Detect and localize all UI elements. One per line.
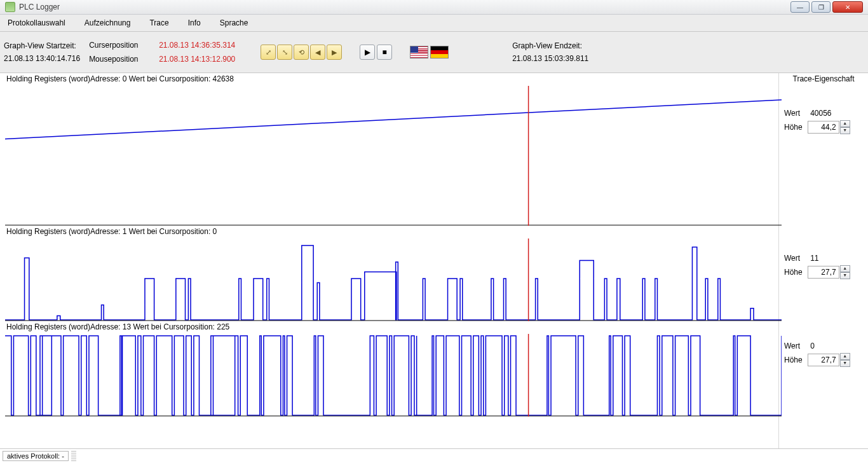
spinner-down-icon[interactable]: ▼ [840, 360, 850, 367]
side-hoehe-input[interactable] [808, 121, 839, 134]
menu-protokollauswahl[interactable]: Protokollauswahl [4, 17, 69, 29]
stop-icon[interactable]: ■ [377, 45, 392, 60]
nav-next-icon[interactable]: ▶ [327, 45, 342, 60]
trace-header: Holding Registers (word)Adresse: 0 Wert … [5, 73, 776, 86]
side-wert-label: Wert [784, 109, 800, 118]
app-icon [5, 2, 15, 12]
status-bar: aktives Protokoll: - [0, 448, 868, 463]
mouse-pos-value: 21.08.13 14:13:12.900 [159, 55, 248, 64]
trace-header: Holding Registers (word)Adresse: 1 Wert … [5, 226, 776, 238]
side-hoehe-input[interactable] [808, 354, 839, 366]
close-button[interactable]: ✕ [832, 1, 863, 13]
window-title: PLC Logger [19, 3, 790, 11]
maximize-button[interactable]: ❐ [811, 1, 831, 13]
toolbar: Graph-View Startzeit: 21.08.13 13:40:14.… [0, 32, 868, 73]
side-hoehe-label: Höhe [784, 268, 803, 277]
trace-header: Holding Registers (word)Adresse: 13 Wert… [5, 321, 776, 334]
minimize-button[interactable]: — [790, 1, 810, 13]
menu-aufzeichnung[interactable]: Aufzeichnung [81, 17, 135, 29]
side-hoehe-label: Höhe [784, 356, 803, 364]
side-wert-label: Wert [784, 342, 800, 350]
graph-end-label: Graph-View Endzeit: [512, 41, 588, 50]
spinner-up-icon[interactable]: ▲ [840, 353, 850, 360]
spinner-up-icon[interactable]: ▲ [840, 120, 850, 127]
spinner-down-icon[interactable]: ▼ [840, 272, 850, 279]
spinner-up-icon[interactable]: ▲ [840, 265, 850, 272]
menu-trace[interactable]: Trace [146, 17, 172, 29]
title-bar: PLC Logger — ❐ ✕ [0, 0, 868, 15]
graph-start-value: 21.08.13 13:40:14.716 [4, 54, 80, 63]
cursor-pos-label: Curserposition [89, 41, 146, 50]
nav-prev-icon[interactable]: ◀ [310, 45, 325, 60]
graph-end-value: 21.08.13 15:03:39.811 [512, 54, 588, 63]
status-grip-icon [71, 451, 76, 461]
zoom-in-icon[interactable]: ⤢ [261, 45, 276, 60]
side-hoehe-input[interactable] [808, 266, 839, 279]
graph-start-label: Graph-View Startzeit: [4, 41, 80, 50]
menu-sprache[interactable]: Sprache [216, 17, 252, 29]
flag-de-icon[interactable] [430, 46, 449, 59]
side-wert-value: 11 [810, 254, 818, 263]
cursor-pos-value: 21.08.13 14:36:35.314 [159, 41, 248, 50]
play-icon[interactable]: ▶ [360, 45, 375, 60]
graph-pane[interactable]: Holding Registers (word)Adresse: 0 Wert … [0, 73, 778, 448]
nav-first-icon[interactable]: ⟲ [294, 45, 309, 60]
menu-bar: ProtokollauswahlAufzeichnungTraceInfoSpr… [0, 15, 868, 32]
zoom-out-icon[interactable]: ⤡ [277, 45, 292, 60]
status-active-protocol: aktives Protokoll: - [3, 451, 69, 461]
menu-info[interactable]: Info [184, 17, 205, 29]
side-wert-value: 0 [810, 342, 815, 350]
flag-us-icon[interactable] [410, 46, 428, 59]
side-panel-title: Trace-Eigenschaft [784, 74, 863, 83]
side-hoehe-label: Höhe [784, 123, 803, 132]
mouse-pos-label: Mouseposition [89, 55, 146, 64]
side-wert-value: 40056 [810, 109, 831, 118]
side-panel: Trace-Eigenschaft Wert40056Höhe▲▼Wert11H… [778, 73, 868, 448]
spinner-down-icon[interactable]: ▼ [840, 127, 850, 134]
side-wert-label: Wert [784, 254, 800, 263]
